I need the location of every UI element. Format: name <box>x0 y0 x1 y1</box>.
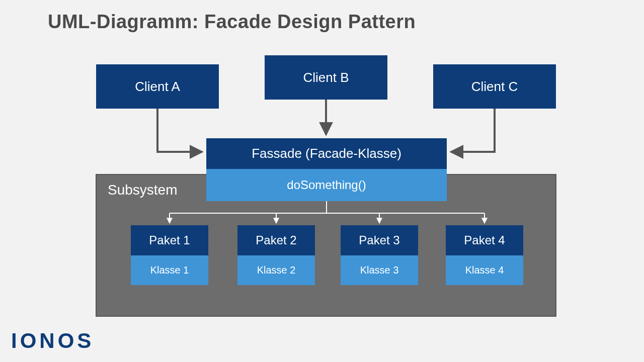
paket-1: Paket 1 Klasse 1 <box>131 225 208 285</box>
paket-4-name: Paket 4 <box>446 225 523 255</box>
paket-4: Paket 4 Klasse 4 <box>446 225 523 285</box>
client-b-box: Client B <box>265 55 387 100</box>
paket-2-name: Paket 2 <box>237 225 315 255</box>
client-a-box: Client A <box>96 64 219 109</box>
facade-box: Fassade (Facade-Klasse) doSomething() <box>206 138 447 201</box>
client-c-box: Client C <box>433 64 556 109</box>
subsystem-label: Subsystem <box>108 182 178 198</box>
facade-name: Fassade (Facade-Klasse) <box>206 138 447 169</box>
paket-2: Paket 2 Klasse 2 <box>237 225 315 285</box>
paket-3-class: Klasse 3 <box>341 255 418 285</box>
paket-1-class: Klasse 1 <box>131 255 208 285</box>
diagram-title: UML-Diagramm: Facade Design Pattern <box>48 11 416 33</box>
paket-2-class: Klasse 2 <box>237 255 315 285</box>
paket-3: Paket 3 Klasse 3 <box>341 225 418 285</box>
ionos-logo: IONOS <box>11 329 94 353</box>
paket-1-name: Paket 1 <box>131 225 208 255</box>
paket-3-name: Paket 3 <box>341 225 418 255</box>
paket-4-class: Klasse 4 <box>446 255 523 285</box>
facade-method: doSomething() <box>206 169 447 201</box>
